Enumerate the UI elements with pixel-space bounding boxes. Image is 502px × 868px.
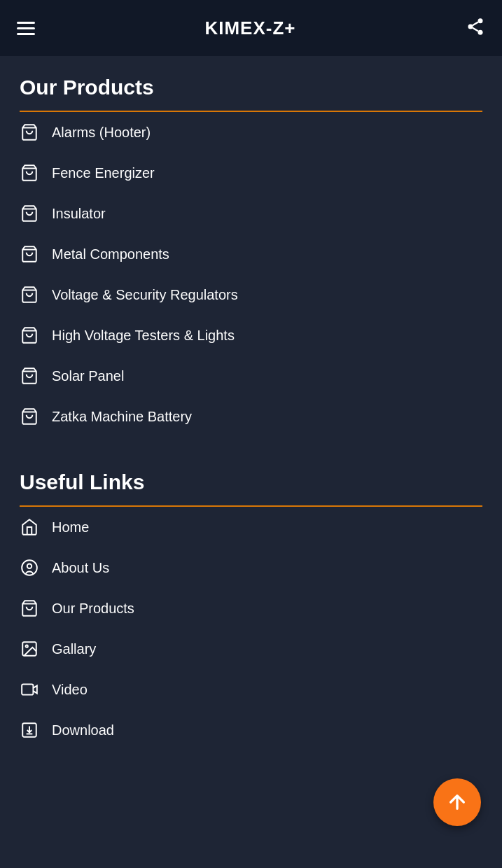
cart-icon xyxy=(20,164,39,182)
share-button[interactable] xyxy=(463,14,488,42)
link-label-home: Home xyxy=(52,519,89,536)
product-label-solar-panel: Solar Panel xyxy=(52,368,124,384)
share-icon xyxy=(466,17,485,36)
arrow-up-icon xyxy=(446,791,468,813)
product-item-voltage-security[interactable]: Voltage & Security Regulators xyxy=(20,274,482,315)
useful-links-section: Useful Links Home About Us xyxy=(0,451,502,757)
product-item-alarms[interactable]: Alarms (Hooter) xyxy=(20,112,482,153)
svg-point-2 xyxy=(477,30,482,35)
cart-icon xyxy=(20,245,39,263)
useful-links-list: Home About Us Our Products xyxy=(20,507,482,750)
cart-icon xyxy=(20,407,39,426)
link-item-gallery[interactable]: Gallary xyxy=(20,629,482,669)
svg-rect-18 xyxy=(22,684,33,694)
product-label-voltage-security: Voltage & Security Regulators xyxy=(52,287,238,303)
user-icon xyxy=(20,559,39,577)
cart-icon xyxy=(20,286,39,304)
home-icon xyxy=(20,518,39,536)
video-icon xyxy=(20,680,39,699)
app-title: KIMEX-Z+ xyxy=(204,18,295,39)
useful-links-heading: Useful Links xyxy=(20,470,482,494)
products-heading: Our Products xyxy=(20,76,482,99)
svg-line-4 xyxy=(473,22,478,26)
link-label-our-products: Our Products xyxy=(52,601,134,617)
cart-icon xyxy=(20,204,39,223)
product-label-alarms: Alarms (Hooter) xyxy=(52,125,151,141)
cart-icon xyxy=(20,367,39,385)
cart-icon xyxy=(20,123,39,141)
link-item-about-us[interactable]: About Us xyxy=(20,547,482,588)
product-item-insulator[interactable]: Insulator xyxy=(20,193,482,234)
product-label-zatka-battery: Zatka Machine Battery xyxy=(52,409,192,425)
cart-icon xyxy=(20,326,39,344)
cart-icon xyxy=(20,599,39,617)
product-label-insulator: Insulator xyxy=(52,206,106,222)
hamburger-menu-button[interactable] xyxy=(14,19,38,38)
download-icon xyxy=(20,721,39,739)
product-item-zatka-battery[interactable]: Zatka Machine Battery xyxy=(20,396,482,437)
svg-point-17 xyxy=(26,645,28,648)
link-item-download[interactable]: Download xyxy=(20,710,482,750)
product-label-metal-components: Metal Components xyxy=(52,246,169,262)
products-section: Our Products Alarms (Hooter) Fence xyxy=(0,56,502,444)
link-item-video[interactable]: Video xyxy=(20,669,482,710)
svg-line-3 xyxy=(473,28,478,31)
product-item-solar-panel[interactable]: Solar Panel xyxy=(20,356,482,396)
products-list: Alarms (Hooter) Fence Energizer Insu xyxy=(20,112,482,437)
product-label-high-voltage: High Voltage Testers & Lights xyxy=(52,328,235,344)
link-label-download: Download xyxy=(52,722,114,738)
svg-point-0 xyxy=(477,18,482,23)
app-header: KIMEX-Z+ xyxy=(0,0,502,56)
svg-point-14 xyxy=(27,564,32,569)
link-item-our-products[interactable]: Our Products xyxy=(20,588,482,629)
link-label-gallery: Gallary xyxy=(52,641,96,657)
product-item-metal-components[interactable]: Metal Components xyxy=(20,234,482,274)
svg-point-1 xyxy=(468,24,473,29)
scroll-to-top-button[interactable] xyxy=(433,778,481,826)
product-label-fence-energizer: Fence Energizer xyxy=(52,165,155,181)
product-item-fence-energizer[interactable]: Fence Energizer xyxy=(20,153,482,193)
link-label-video: Video xyxy=(52,682,88,698)
product-item-high-voltage[interactable]: High Voltage Testers & Lights xyxy=(20,315,482,356)
svg-point-13 xyxy=(22,560,37,575)
gallery-icon xyxy=(20,640,39,658)
link-item-home[interactable]: Home xyxy=(20,507,482,547)
link-label-about-us: About Us xyxy=(52,560,109,576)
